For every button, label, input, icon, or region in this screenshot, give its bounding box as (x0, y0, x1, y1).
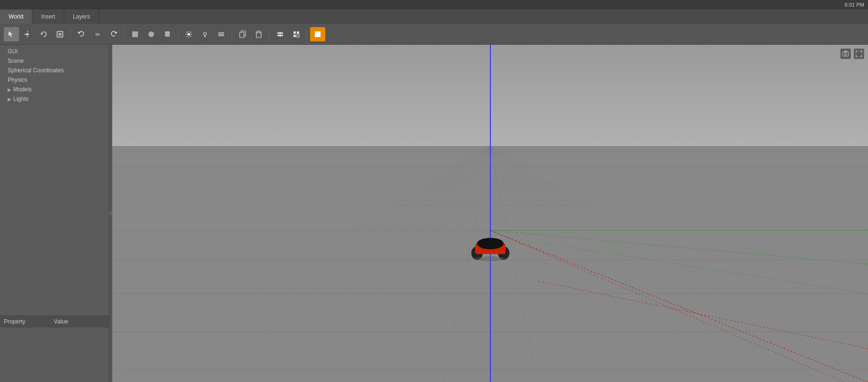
svg-line-12 (191, 36, 192, 37)
svg-line-51 (490, 146, 585, 382)
viewport[interactable] (112, 45, 868, 382)
svg-rect-24 (257, 31, 260, 33)
separator-3 (178, 29, 178, 40)
cylinder-shape-button[interactable] (160, 27, 175, 41)
svg-line-46 (301, 146, 490, 382)
svg-line-48 (396, 146, 490, 382)
svg-line-45 (254, 146, 490, 382)
main-layout: GUI Scene Spherical Coordinates Physics … (0, 45, 868, 382)
svg-point-73 (845, 53, 847, 55)
svg-rect-28 (293, 31, 296, 34)
svg-rect-72 (843, 52, 848, 56)
rotate-tool-button[interactable] (36, 27, 51, 41)
separator-5 (269, 29, 270, 40)
separator-4 (232, 29, 232, 40)
sidebar-item-scene[interactable]: Scene (0, 56, 109, 66)
svg-point-15 (204, 32, 206, 35)
scale-tool-button[interactable] (52, 27, 68, 41)
sidebar-item-physics[interactable]: Physics (0, 75, 109, 85)
fullscreen-button[interactable] (854, 49, 864, 59)
svg-rect-29 (297, 31, 299, 34)
models-expand-arrow: ▶ (8, 87, 11, 92)
svg-line-44 (207, 146, 490, 382)
property-col-label: Property (4, 318, 25, 325)
z-axis-line (490, 45, 491, 382)
property-header: Property Value (0, 316, 109, 327)
svg-rect-74 (844, 51, 847, 52)
svg-line-52 (490, 146, 632, 382)
svg-rect-31 (297, 35, 299, 37)
screenshot-button[interactable] (840, 49, 851, 59)
separator-2 (124, 29, 125, 40)
svg-rect-1 (59, 33, 61, 36)
svg-rect-5 (165, 31, 170, 33)
sidebar-item-spherical-coordinates[interactable]: Spherical Coordinates (0, 66, 109, 75)
align-button[interactable] (273, 27, 288, 41)
svg-line-57 (490, 146, 868, 382)
box-shape-button[interactable] (127, 27, 143, 41)
svg-line-55 (490, 146, 774, 382)
svg-line-42 (112, 146, 490, 382)
separator-6 (307, 29, 307, 40)
sidebar-item-lights[interactable]: ▶ Lights (0, 94, 109, 104)
move-tool-button[interactable] (20, 27, 35, 41)
svg-line-14 (186, 36, 187, 37)
sidebar: GUI Scene Spherical Coordinates Physics … (0, 45, 109, 382)
sidebar-item-models[interactable]: ▶ Models (0, 85, 109, 94)
undo-button[interactable] (74, 27, 89, 41)
svg-line-62 (490, 230, 868, 264)
robot-model (471, 230, 509, 259)
svg-line-58 (490, 230, 868, 382)
tab-world[interactable]: World (0, 10, 32, 24)
property-panel: Property Value (0, 315, 109, 382)
sphere-shape-button[interactable] (144, 27, 159, 41)
undo-alt-button[interactable]: ⌲ (90, 27, 105, 41)
svg-line-63 (514, 239, 868, 294)
sidebar-tree: GUI Scene Spherical Coordinates Physics … (0, 45, 109, 315)
svg-line-56 (490, 146, 821, 382)
top-bar: 6:01 PM (0, 0, 868, 10)
snap-button[interactable] (289, 27, 304, 41)
svg-line-13 (191, 32, 192, 33)
tab-insert[interactable]: Insert (32, 10, 64, 24)
point-light-button[interactable] (197, 27, 213, 41)
svg-rect-32 (315, 31, 321, 37)
svg-line-60 (537, 281, 868, 348)
svg-point-70 (477, 238, 504, 249)
redo-button[interactable] (106, 27, 121, 41)
orange-tool-button[interactable] (310, 27, 325, 41)
paint-button[interactable] (214, 27, 229, 41)
svg-rect-22 (240, 32, 244, 38)
viewport-controls (840, 49, 864, 59)
copy-button[interactable] (235, 27, 250, 41)
sun-button[interactable] (181, 27, 196, 41)
tab-layers[interactable]: Layers (64, 10, 99, 24)
separator-1 (70, 29, 71, 40)
svg-point-3 (148, 31, 154, 37)
svg-point-71 (474, 256, 507, 261)
svg-line-49 (443, 146, 490, 382)
toolbar: ⌲ (0, 24, 868, 45)
svg-line-54 (490, 146, 727, 382)
select-tool-button[interactable] (4, 27, 19, 41)
svg-line-47 (349, 146, 490, 382)
value-col-label: Value (54, 318, 68, 325)
viewport-canvas (112, 45, 868, 382)
svg-line-61 (490, 230, 845, 382)
time-display: 6:01 PM (845, 2, 864, 8)
svg-point-6 (187, 33, 190, 36)
lights-expand-arrow: ▶ (8, 97, 11, 102)
sidebar-item-gui[interactable]: GUI (0, 47, 109, 56)
svg-line-43 (159, 146, 490, 382)
svg-rect-2 (132, 31, 138, 37)
svg-line-53 (490, 146, 679, 382)
paste-button[interactable] (251, 27, 266, 41)
tab-bar: World Insert Layers (0, 10, 868, 24)
svg-line-50 (490, 146, 537, 382)
svg-rect-30 (293, 35, 296, 37)
svg-line-11 (186, 32, 187, 33)
